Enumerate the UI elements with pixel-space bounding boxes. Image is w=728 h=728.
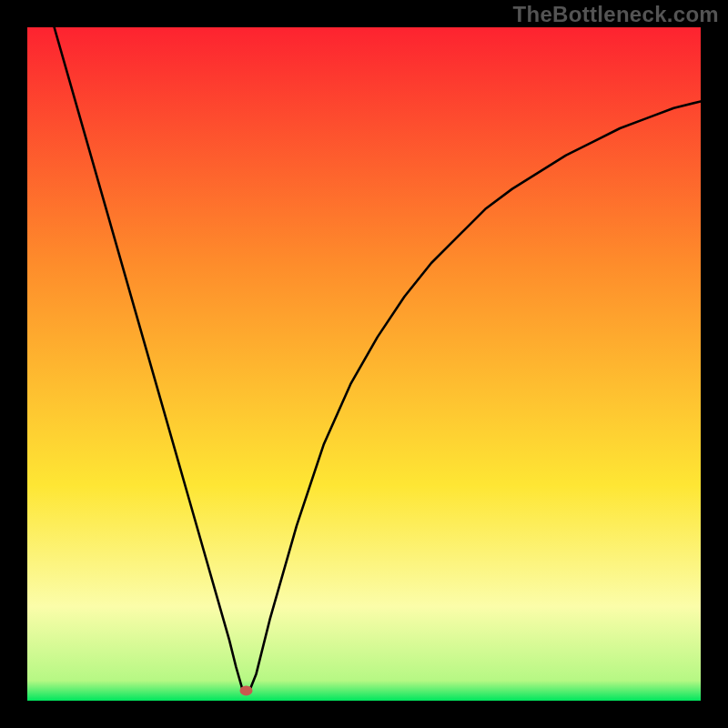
- watermark-text: TheBottleneck.com: [513, 2, 719, 27]
- chart-frame: TheBottleneck.com: [0, 0, 728, 728]
- gradient-background: [27, 27, 701, 701]
- bottleneck-chart: [27, 27, 701, 701]
- minimum-marker: [240, 685, 253, 695]
